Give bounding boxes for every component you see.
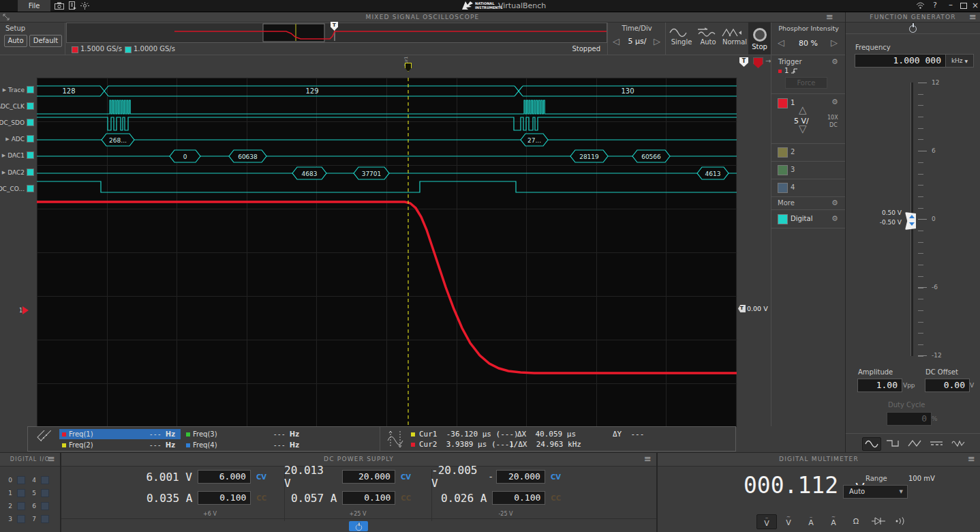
measurement-freq3[interactable]: Freq(3) --- Hz	[183, 429, 305, 439]
frequency-input[interactable]: 1.000 000	[855, 54, 946, 68]
sine-wave-button[interactable]	[862, 437, 881, 451]
digital-section[interactable]: Digital ⚙	[771, 210, 845, 228]
dmm-mode-adc-button[interactable]: ⎯A	[801, 514, 821, 528]
channel-label-dac2[interactable]: ▶DAC2	[2, 168, 34, 176]
amplitude-slider-handle[interactable]	[905, 212, 916, 230]
expand-icon[interactable]: ▶	[2, 153, 5, 158]
setup-default-button[interactable]: Default	[29, 35, 62, 47]
help-button[interactable]: ?	[933, 1, 937, 10]
psu-neg25v-voltage-setpoint[interactable]: 20.000	[496, 470, 545, 484]
dmm-range-dropdown[interactable]: Auto ▼	[843, 485, 908, 499]
more-section[interactable]: More ⚙	[771, 197, 845, 209]
measurement-freq1[interactable]: Freq(1) --- Hz	[59, 429, 181, 439]
expand-icon[interactable]: ▶	[5, 136, 9, 142]
dmm-mode-vac-button[interactable]: ∼V	[779, 514, 798, 528]
dmm-mode-resistance-button[interactable]: Ω	[846, 514, 866, 528]
offset-input[interactable]: 0.00	[925, 379, 970, 392]
dio-menu-icon[interactable]: ≡	[48, 456, 55, 462]
ch1-scale-down-button[interactable]: ▽	[799, 125, 807, 134]
utility-icon[interactable]	[80, 2, 89, 10]
phosphor-increase-button[interactable]: ▷	[831, 38, 838, 47]
pane-resize-icon[interactable]	[3, 14, 10, 20]
psu-25v-current-limit[interactable]: 0.100	[342, 491, 395, 505]
expand-icon[interactable]: ▶	[2, 170, 5, 175]
minimize-button[interactable]: –	[949, 0, 953, 10]
cursor1-flag-marker[interactable]	[405, 63, 412, 72]
export-icon[interactable]	[69, 1, 76, 10]
mso-menu-icon[interactable]: ≡	[826, 14, 833, 20]
psu-25v-voltage-setpoint[interactable]: 20.000	[342, 470, 395, 484]
stop-button[interactable]: Stop	[748, 23, 771, 55]
expand-icon[interactable]: ▶	[3, 87, 6, 93]
dmm-mode-vdc-button[interactable]: ⎯V	[756, 514, 777, 529]
auto-button[interactable]: Auto	[696, 23, 720, 55]
single-button[interactable]: Single	[668, 23, 695, 55]
setup-auto-button[interactable]: Auto	[4, 35, 27, 47]
dio-led-7[interactable]	[41, 515, 49, 523]
more-gear-icon[interactable]: ⚙	[831, 199, 838, 207]
fgen-menu-icon[interactable]: ≡	[969, 14, 977, 20]
channel-label-dac1[interactable]: ▶DAC1	[2, 151, 34, 159]
normal-button[interactable]: Normal	[721, 23, 748, 55]
cursors-icon[interactable]	[386, 430, 404, 449]
dio-led-5[interactable]	[41, 489, 49, 497]
dio-led-1[interactable]	[17, 489, 25, 497]
dc-wave-button[interactable]	[928, 437, 945, 449]
acquisition-preview[interactable]: T	[66, 23, 607, 43]
ch1-reference-marker[interactable]: 1	[19, 306, 29, 314]
ch1-scale-up-button[interactable]: △	[799, 106, 807, 115]
psu-6v-current-limit[interactable]: 0.100	[198, 491, 251, 505]
trigger-position-marker[interactable]: T	[739, 57, 748, 67]
restore-button[interactable]	[960, 3, 967, 9]
close-button[interactable]: ×	[972, 1, 979, 10]
cursor1-flag[interactable]: Cur1	[403, 57, 413, 72]
dmm-mode-continuity-button[interactable]	[891, 514, 910, 528]
channel-label-adc-clk[interactable]: ADC_CLK	[0, 102, 34, 110]
wifi-icon[interactable]	[916, 2, 925, 9]
dio-led-3[interactable]	[17, 515, 25, 523]
trigger-armed-marker[interactable]	[753, 57, 763, 68]
dmm-mode-aac-button[interactable]: ∼A	[824, 514, 843, 528]
scope-plot[interactable]: 128129130268...27...06063828119605664683…	[36, 77, 737, 428]
psu-neg25v-current-limit[interactable]: 0.100	[492, 491, 545, 505]
triangle-wave-button[interactable]	[906, 437, 923, 449]
channel3-section[interactable]: 3	[771, 162, 845, 179]
channel-label-adc[interactable]: ▶ADC	[5, 135, 34, 143]
dmm-menu-icon[interactable]: ≡	[968, 456, 975, 462]
channel2-section[interactable]: 2	[771, 144, 845, 161]
channel-label-trace[interactable]: ▶Trace	[3, 86, 34, 93]
channel1-section[interactable]: 1 ⚙ △ 5 V/ ▽ 10X DC	[771, 94, 845, 143]
camera-icon[interactable]	[55, 2, 64, 10]
phosphor-value[interactable]: 80 %	[790, 39, 827, 48]
arbitrary-wave-button[interactable]	[949, 437, 967, 449]
trigger-level-marker[interactable]: T 0.00 V	[738, 305, 768, 312]
frequency-unit-dropdown[interactable]: kHz ▼	[945, 54, 974, 68]
dio-led-0[interactable]	[17, 476, 25, 484]
trigger-force-button[interactable]: Force	[785, 77, 827, 89]
channel4-section[interactable]: 4	[771, 179, 845, 196]
amplitude-input[interactable]: 1.00	[857, 379, 902, 392]
phosphor-decrease-button[interactable]: ◁	[778, 38, 784, 47]
timediv-decrease-button[interactable]: ◁	[613, 37, 619, 46]
psu-menu-icon[interactable]: ≡	[644, 456, 652, 462]
dio-led-4[interactable]	[41, 476, 49, 484]
timediv-value[interactable]: 5 µs/	[622, 37, 652, 46]
fgen-power-button[interactable]	[909, 25, 917, 33]
channel-label-adc-conv[interactable]: ADC_CO...	[0, 185, 34, 192]
measurements-icon[interactable]	[35, 430, 51, 448]
digital-gear-icon[interactable]: ⚙	[831, 215, 838, 222]
psu-power-button[interactable]	[349, 521, 368, 531]
file-menu[interactable]: File	[18, 0, 50, 12]
dio-led-2[interactable]	[17, 502, 25, 510]
trigger-source[interactable]: 1	[784, 67, 788, 74]
ch1-gear-icon[interactable]: ⚙	[831, 98, 838, 106]
measurement-freq2[interactable]: Freq(2) --- Hz	[59, 440, 181, 450]
measurement-freq4[interactable]: Freq(4) --- Hz	[183, 440, 305, 450]
dio-led-6[interactable]	[41, 502, 49, 510]
timediv-increase-button[interactable]: ▷	[654, 37, 660, 46]
dmm-mode-diode-button[interactable]	[869, 514, 888, 528]
trigger-gear-icon[interactable]: ⚙	[831, 58, 838, 65]
psu-6v-voltage-setpoint[interactable]: 6.000	[198, 470, 251, 484]
square-wave-button[interactable]	[884, 437, 902, 449]
channel-label-adc-sdo[interactable]: ADC_SDO	[0, 119, 34, 126]
